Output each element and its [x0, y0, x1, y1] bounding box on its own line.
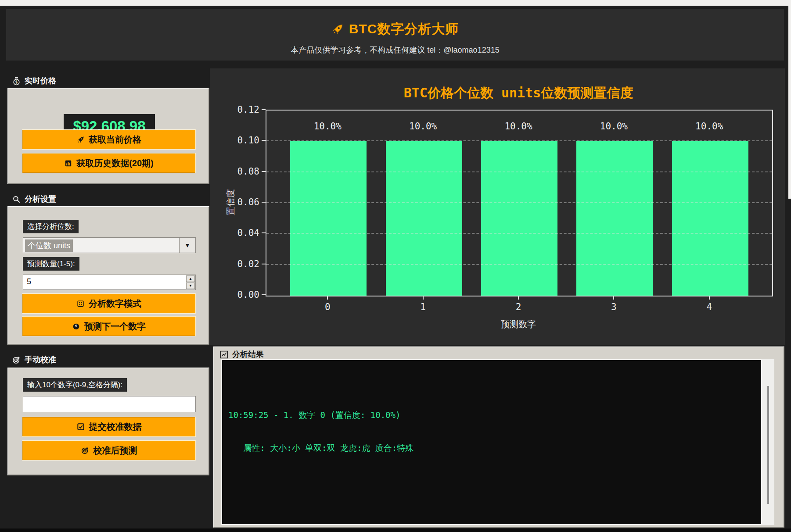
- y-tick-label: 0.04: [210, 228, 259, 238]
- window-right-edge: [788, 6, 791, 199]
- x-tick-label: 0: [325, 302, 331, 312]
- x-tick-mark: [518, 296, 519, 300]
- magnifier-icon: [12, 195, 21, 204]
- predict-after-calibration-button[interactable]: 校准后预测: [22, 440, 196, 461]
- y-tick-label: 0.08: [210, 166, 259, 177]
- bar-digit-1: [386, 141, 462, 296]
- submit-calibration-button[interactable]: 提交校准数据: [22, 417, 196, 437]
- window-top-edge: [0, 0, 791, 6]
- stepper-up-icon[interactable]: ▲: [186, 275, 195, 282]
- x-tick-label: 3: [611, 302, 617, 312]
- analysis-panel: 选择分析位数: 个位数 units ▼ 预测数量(1-5): 5 ▲ ▼ 分析数…: [7, 206, 209, 345]
- y-tick-mark: [262, 171, 266, 172]
- bar-value-label: 10.0%: [409, 121, 437, 132]
- gridline: [266, 233, 772, 234]
- price-panel: $92,608.98 获取当前价格 获取历史数据(20期): [7, 88, 209, 184]
- svg-text:8: 8: [76, 325, 77, 327]
- bar-digit-4: [672, 141, 748, 296]
- bar-digit-2: [481, 141, 557, 296]
- y-tick-label: 0.06: [210, 197, 259, 207]
- results-panel: 分析结果 10:59:25 - 1. 数字 0 (置信度: 10.0%) 属性:…: [213, 346, 784, 528]
- checkbox-icon: [76, 422, 85, 431]
- gridline: [266, 202, 772, 203]
- app-window: BTC数字分析大师 本产品仅供学习参考，不构成任何建议 tel：@laomao1…: [0, 0, 791, 532]
- y-tick-mark: [262, 264, 266, 264]
- log-entry: 10:59:25 - 2. 数字 1 (置信度: 10.0%) 属性: 大小:小…: [228, 503, 761, 525]
- calibration-panel: 输入10个数字(0-9,空格分隔): 提交校准数据 校准后预测: [7, 368, 209, 475]
- line-chart-icon: [219, 350, 229, 359]
- analysis-panel-label: 分析设置: [12, 194, 56, 204]
- calibration-panel-label: 手动校准: [12, 354, 56, 365]
- gridline: [266, 171, 772, 172]
- x-tick-label: 4: [706, 302, 712, 312]
- rocket-icon: [331, 23, 344, 36]
- y-tick-mark: [262, 202, 266, 203]
- results-panel-label: 分析结果: [219, 349, 264, 360]
- digit-select-value: 个位数 units: [25, 239, 73, 252]
- get-history-button[interactable]: 获取历史数据(20期): [22, 153, 196, 173]
- scrollbar-thumb[interactable]: [767, 386, 769, 504]
- get-price-button[interactable]: 获取当前价格: [22, 129, 196, 150]
- y-tick-label: 0.12: [210, 104, 259, 115]
- y-tick-mark: [262, 109, 266, 110]
- y-tick-label: 0.02: [210, 259, 259, 269]
- app-header: BTC数字分析大师 本产品仅供学习参考，不构成任何建议 tel：@laomao1…: [6, 9, 784, 61]
- x-tick-label: 2: [516, 302, 521, 312]
- bar-value-label: 10.0%: [314, 121, 342, 132]
- x-tick-mark: [613, 296, 614, 300]
- chevron-down-icon[interactable]: ▼: [179, 238, 195, 253]
- x-tick-label: 1: [420, 302, 426, 312]
- plot-area: [266, 110, 773, 296]
- y-tick-mark: [262, 232, 266, 233]
- dice-icon: [76, 300, 85, 308]
- bar-value-label: 10.0%: [695, 121, 723, 132]
- bar-value-label: 10.0%: [600, 121, 628, 132]
- target-icon: [12, 355, 21, 364]
- rocket-icon: [76, 136, 85, 144]
- y-tick-label: 0.00: [210, 289, 259, 300]
- window-bottom-edge: [0, 528, 791, 532]
- analyze-pattern-button[interactable]: 分析数字模式: [22, 293, 196, 314]
- chart-area: BTC价格个位数 units位数预测置信度 置信度 预测数字 0.000.020…: [210, 68, 785, 345]
- log-line: 10:59:25 - 2. 数字 1 (置信度: 10.0%): [228, 525, 761, 525]
- gridline: [266, 140, 772, 141]
- svg-text:$: $: [15, 80, 18, 84]
- digit-select-combobox[interactable]: 个位数 units ▼: [23, 237, 196, 253]
- chart-title: BTC价格个位数 units位数预测置信度: [266, 84, 771, 102]
- x-tick-mark: [327, 296, 328, 300]
- digit-select-label: 选择分析位数:: [23, 220, 79, 233]
- log-line: 10:59:25 - 1. 数字 0 (置信度: 10.0%): [228, 410, 761, 421]
- calibration-input-label: 输入10个数字(0-9,空格分隔):: [23, 378, 127, 392]
- bar-digit-3: [576, 141, 653, 296]
- predict-next-button[interactable]: 8 预测下一个数字: [22, 316, 196, 336]
- y-tick-mark: [262, 294, 266, 295]
- predict-count-value: 5: [27, 277, 31, 286]
- y-tick-label: 0.10: [210, 135, 259, 146]
- predict-count-stepper[interactable]: 5 ▲ ▼: [23, 275, 196, 290]
- calibration-input[interactable]: [23, 396, 196, 412]
- log-entry: 10:59:25 - 1. 数字 0 (置信度: 10.0%) 属性: 大小:小…: [228, 388, 761, 475]
- log-line: 属性: 大小:小 单双:双 龙虎:虎 质合:特殊: [228, 443, 761, 453]
- predict-count-label: 预测数量(1-5):: [23, 257, 79, 271]
- chart-x-axis-label: 预测数字: [266, 318, 771, 330]
- target-icon: [81, 446, 90, 455]
- bar-value-label: 10.0%: [504, 121, 532, 132]
- x-tick-mark: [423, 296, 424, 300]
- gridline: [266, 264, 772, 265]
- bar-digit-0: [290, 141, 367, 296]
- results-scrollbar[interactable]: [762, 359, 774, 525]
- money-bag-icon: $: [12, 76, 21, 86]
- eight-ball-icon: 8: [72, 322, 80, 331]
- x-tick-mark: [709, 296, 710, 300]
- y-tick-mark: [262, 140, 266, 141]
- results-log[interactable]: 10:59:25 - 1. 数字 0 (置信度: 10.0%) 属性: 大小:小…: [221, 359, 762, 525]
- bar-chart-icon: [64, 159, 72, 168]
- stepper-down-icon[interactable]: ▼: [186, 282, 195, 289]
- app-subtitle: 本产品仅供学习参考，不构成任何建议 tel：@laomao12315: [6, 45, 784, 55]
- price-panel-label: $ 实时价格: [12, 75, 56, 86]
- page-title: BTC数字分析大师: [349, 20, 459, 38]
